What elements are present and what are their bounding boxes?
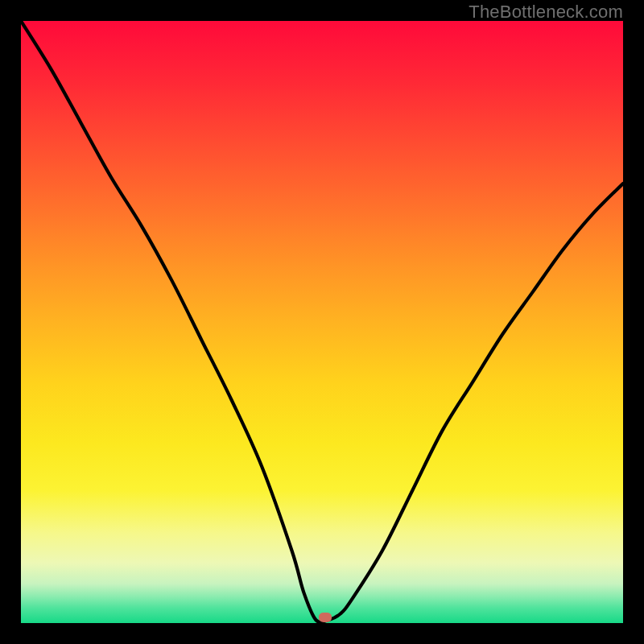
chart-frame: TheBottleneck.com <box>0 0 644 644</box>
optimum-marker <box>319 613 332 622</box>
watermark-text: TheBottleneck.com <box>469 2 623 23</box>
plot-area <box>21 21 623 623</box>
bottleneck-curve <box>21 21 623 622</box>
curve-layer <box>21 21 623 623</box>
